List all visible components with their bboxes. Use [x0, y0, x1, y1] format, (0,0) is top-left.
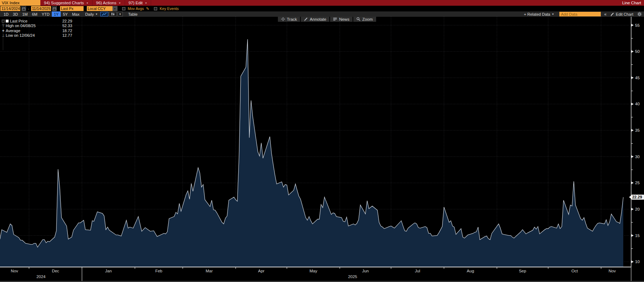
annotate-label: Annotate	[310, 17, 326, 21]
date-from-input[interactable]: 11/14/2024	[0, 6, 20, 11]
month-label: Dec	[52, 269, 59, 273]
frequency-select[interactable]: Daily ▼	[83, 11, 100, 17]
range-button-1d[interactable]: 1D	[1, 11, 11, 17]
range-button-5y[interactable]: 5Y	[61, 11, 70, 17]
menu-edit[interactable]: 97) Edit ▼	[125, 0, 151, 6]
chart-canvas[interactable]: 10152025303540455055NovDecJanFebMarAprMa…	[0, 0, 644, 282]
mov-avgs-label[interactable]: Mov Avgs	[128, 6, 144, 11]
calendar-icon[interactable]	[21, 6, 26, 11]
pencil-icon[interactable]: ✎	[146, 6, 149, 11]
range-button-6m[interactable]: 6M	[30, 11, 39, 17]
legend-label: Last Price	[10, 19, 28, 23]
y-tick-label: 25	[635, 181, 640, 185]
range-button-max[interactable]: Max	[70, 11, 82, 17]
y-tick-arrow	[631, 129, 634, 132]
price-area	[0, 39, 623, 267]
legend-row-last-price[interactable]: − Last Price 22.29	[1, 19, 72, 24]
collapse-panel-button[interactable]: «	[604, 12, 606, 17]
menu-bar: VIX Index 94) Suggested Charts ▼ 96) Act…	[0, 0, 644, 6]
chevron-down-icon: ▼	[119, 2, 121, 4]
zoom-label: Zoom	[362, 17, 373, 21]
candle-chart-type-button[interactable]	[109, 12, 117, 16]
y-tick-label: 45	[635, 76, 640, 80]
menu-suggested-charts[interactable]: 94) Suggested Charts ▼	[40, 0, 93, 6]
series-swatch	[6, 20, 9, 22]
currency-value: Local CCY	[87, 6, 113, 11]
y-tick-label: 10	[635, 260, 640, 264]
currency-select[interactable]: Local CCY ▼	[87, 6, 118, 11]
security-field[interactable]: VIX Index	[0, 0, 40, 6]
chevron-down-icon: ▼	[95, 13, 98, 15]
last-price-badge-arrow	[629, 195, 631, 199]
chart-type-dropdown[interactable]: ▼	[118, 12, 123, 16]
y-tick-arrow	[631, 155, 634, 158]
line-chart-type-button[interactable]	[100, 12, 108, 16]
high-marker-icon: ⊤	[1, 24, 6, 28]
annotate-pencil-icon	[304, 17, 308, 21]
month-label: Jul	[415, 269, 420, 273]
range-button-1m[interactable]: 1M	[20, 11, 30, 17]
range-button-3d[interactable]: 3D	[11, 11, 20, 17]
annotate-button[interactable]: Annotate	[301, 16, 329, 22]
legend-value: 12.77	[55, 33, 72, 37]
last-price-badge-text: 22.29	[632, 195, 642, 199]
date-to-input[interactable]: 11/14/2025	[31, 6, 51, 11]
month-label: Sep	[519, 269, 526, 273]
y-tick-label: 40	[635, 102, 640, 106]
legend-value: 52.33	[55, 24, 72, 28]
month-label: Jan	[105, 269, 112, 273]
legend-value: 18.72	[55, 29, 72, 33]
zoom-button[interactable]: Zoom	[353, 16, 376, 22]
menu-label: 96) Actions	[96, 1, 116, 5]
year-label: 2025	[348, 275, 357, 279]
y-tick-label: 15	[635, 233, 640, 238]
menu-actions[interactable]: 96) Actions ▼	[93, 0, 125, 6]
view-type-label: Line Chart	[619, 0, 644, 6]
month-label: Nov	[609, 269, 616, 273]
price-line	[0, 39, 623, 247]
legend-label: High on 04/08/25	[6, 24, 36, 28]
menu-label: 97) Edit	[129, 1, 143, 5]
price-field-input[interactable]: Last Px	[60, 6, 84, 11]
chart-overlay-toolbar: Track Annotate News Zoom	[278, 16, 376, 22]
table-button[interactable]: Table	[126, 11, 140, 17]
gear-icon[interactable]	[637, 12, 642, 16]
pencil-icon	[610, 12, 614, 16]
y-tick-arrow	[631, 260, 634, 263]
range-button-ytd[interactable]: YTD	[40, 11, 52, 17]
month-label: Feb	[155, 269, 163, 273]
chart-legend: − Last Price 22.29 ⊤ High on 04/08/25 52…	[1, 19, 72, 38]
y-tick-arrow	[631, 208, 634, 211]
track-icon	[281, 17, 285, 21]
key-events-label[interactable]: Key Events	[160, 6, 179, 11]
y-tick-arrow	[631, 181, 634, 184]
key-events-checkbox[interactable]	[154, 7, 157, 10]
legend-row-high[interactable]: ⊤ High on 04/08/25 52.33	[1, 24, 72, 29]
legend-row-average[interactable]: ◆ Average 18.72	[1, 28, 72, 33]
range-button-1y[interactable]: 1Y	[52, 11, 61, 17]
legend-label: Average	[6, 29, 20, 33]
legend-row-low[interactable]: ⊥ Low on 12/06/24 12.77	[1, 33, 72, 38]
candlestick-icon	[111, 12, 115, 16]
chevron-down-icon: ▼	[86, 2, 89, 4]
news-button[interactable]: News	[330, 16, 353, 22]
collapse-tree-icon[interactable]: −	[2, 20, 5, 22]
chart-toolbar: 1D 3D 1M 6M YTD 1Y 5Y Max Daily ▼ ▼ Tabl…	[0, 11, 644, 17]
edit-chart-button[interactable]: Edit Chart	[610, 11, 634, 17]
month-label: Apr	[258, 269, 265, 273]
track-button[interactable]: Track	[278, 16, 300, 22]
chevron-down-icon[interactable]: ▼	[113, 6, 118, 11]
y-tick-label: 50	[635, 49, 640, 54]
y-tick-label: 55	[635, 23, 640, 27]
news-label: News	[339, 17, 349, 21]
related-data-button[interactable]: + Related Data ▼	[522, 11, 556, 17]
add-data-input[interactable]: Add Data	[559, 12, 601, 16]
low-marker-icon: ⊥	[1, 34, 6, 37]
chevron-down-icon: ▼	[551, 13, 554, 15]
month-label: Oct	[571, 269, 578, 273]
y-tick-label: 20	[635, 207, 640, 211]
calendar-icon[interactable]	[52, 6, 57, 11]
menu-label: 94) Suggested Charts	[44, 1, 84, 5]
mov-avgs-checkbox[interactable]	[122, 7, 125, 10]
legend-label: Low on 12/06/24	[6, 33, 35, 37]
